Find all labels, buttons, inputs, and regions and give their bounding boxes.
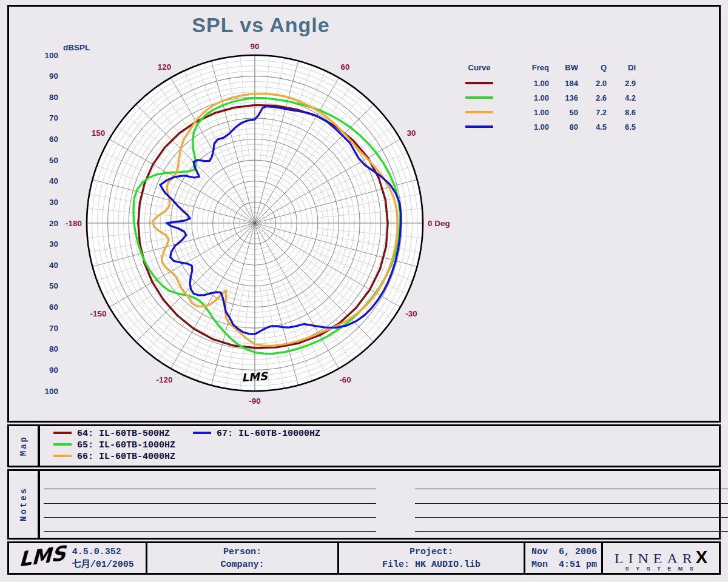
legend-swatch-cell bbox=[459, 76, 499, 90]
legend-curve-swatch bbox=[465, 125, 493, 128]
note-line bbox=[415, 517, 728, 518]
note-line bbox=[44, 517, 376, 518]
legend-di-value: 8.6 bbox=[607, 105, 636, 119]
map-entry-label: 67: IL-60TB-10000HZ bbox=[217, 429, 320, 439]
legend-freq-value: 1.00 bbox=[499, 90, 549, 105]
legend-freq-value: 1.00 bbox=[499, 76, 549, 90]
map-entry-label: 64: IL-60TB-500HZ bbox=[77, 429, 170, 439]
build-date: 七月/01/2005 bbox=[72, 558, 134, 571]
version-date: 4.5.0.352 七月/01/2005 bbox=[72, 546, 134, 571]
curve-legend: Curve Freq BW Q DI 1.001842.02.91.001362… bbox=[459, 61, 636, 134]
version-number: 4.5.0.352 bbox=[72, 546, 134, 558]
map-entries: 64: IL-60TB-500HZ65: IL-60TB-1000HZ66: I… bbox=[40, 426, 719, 466]
legend-di-value: 2.9 bbox=[607, 76, 636, 90]
legend-q-value: 2.6 bbox=[578, 90, 607, 105]
notes-panel: Notes bbox=[7, 469, 721, 540]
legend-bw-value: 80 bbox=[549, 119, 578, 134]
linearx-logo-systems: SYSTEMS bbox=[622, 566, 701, 572]
person-label: Person: bbox=[147, 546, 337, 558]
note-line bbox=[44, 503, 376, 504]
map-entry-label: 65: IL-60TB-1000HZ bbox=[77, 440, 175, 450]
legend-freq-value: 1.00 bbox=[499, 119, 549, 134]
legend-bw-value: 184 bbox=[549, 76, 578, 90]
map-entry: 67: IL-60TB-10000HZ bbox=[193, 429, 320, 440]
legend-swatch-cell bbox=[459, 90, 499, 105]
legend-q-value: 7.2 bbox=[578, 105, 607, 119]
date-text: Nov 6, 2006 bbox=[531, 546, 601, 558]
map-curve-swatch bbox=[53, 455, 72, 457]
legend-bw-value: 136 bbox=[549, 90, 578, 105]
time-text: Mon 4:51 pm bbox=[531, 558, 601, 571]
file-label: File: HK AUDIO.lib bbox=[339, 558, 524, 571]
linearx-logo: LINEARX bbox=[615, 547, 707, 567]
legend-di-value: 6.5 bbox=[607, 119, 636, 134]
map-tab-label: Map bbox=[19, 435, 29, 456]
footer-datetime-cell: Nov 6, 2006 Mon 4:51 pm bbox=[524, 543, 601, 573]
page-title: SPL vs Angle bbox=[164, 13, 358, 37]
map-tab-strip: Map bbox=[9, 426, 40, 466]
linearx-logo-x: X bbox=[696, 547, 707, 567]
legend-di-value: 4.2 bbox=[607, 90, 636, 105]
map-entry-label: 66: IL-60TB-4000HZ bbox=[77, 452, 175, 462]
legend-curve-swatch bbox=[465, 111, 493, 113]
lms-logo: LMS bbox=[19, 541, 66, 571]
legend-swatch-cell bbox=[459, 105, 499, 119]
footer-person-cell: Person: Company: bbox=[146, 543, 337, 573]
company-label: Company: bbox=[147, 558, 337, 571]
notes-tab-strip: Notes bbox=[9, 471, 40, 538]
linearx-logo-linear: LINEAR bbox=[615, 550, 697, 567]
map-entry: 64: IL-60TB-500HZ bbox=[53, 429, 170, 440]
footer-version-cell: LMS 4.5.0.352 七月/01/2005 bbox=[9, 543, 146, 573]
footer-project-cell: Project: File: HK AUDIO.lib bbox=[337, 543, 524, 573]
legend-freq-value: 1.00 bbox=[499, 105, 549, 119]
legend-curve-swatch bbox=[465, 82, 493, 84]
map-panel: Map 64: IL-60TB-500HZ65: IL-60TB-1000HZ6… bbox=[7, 424, 721, 467]
footer-bar: LMS 4.5.0.352 七月/01/2005 Person: Company… bbox=[7, 541, 721, 575]
note-line bbox=[415, 489, 728, 489]
legend-bw-value: 50 bbox=[549, 105, 578, 119]
note-line bbox=[44, 531, 376, 532]
map-curve-swatch bbox=[53, 443, 72, 446]
map-entry: 65: IL-60TB-1000HZ bbox=[53, 440, 175, 451]
legend-header-di: DI bbox=[607, 61, 636, 76]
notes-lines bbox=[40, 471, 719, 538]
footer-brand-cell: LINEARX SYSTEMS bbox=[601, 543, 719, 573]
note-line bbox=[44, 489, 376, 489]
legend-q-value: 2.0 bbox=[578, 76, 607, 90]
map-curve-swatch bbox=[193, 432, 211, 434]
legend-q-value: 4.5 bbox=[578, 119, 607, 134]
legend-swatch-cell bbox=[459, 119, 499, 134]
project-label: Project: bbox=[339, 546, 524, 558]
legend-header-curve: Curve bbox=[459, 61, 499, 76]
note-line bbox=[415, 503, 728, 504]
legend-header-freq: Freq bbox=[499, 61, 549, 76]
lms-report-page: Map 64: IL-60TB-500HZ65: IL-60TB-1000HZ6… bbox=[0, 0, 728, 582]
legend-curve-swatch bbox=[465, 96, 493, 99]
map-entry: 66: IL-60TB-4000HZ bbox=[53, 452, 175, 463]
note-line bbox=[415, 531, 728, 532]
notes-tab-label: Notes bbox=[19, 487, 29, 521]
map-curve-swatch bbox=[53, 432, 72, 434]
legend-header-bw: BW bbox=[549, 61, 578, 76]
legend-header-q: Q bbox=[578, 61, 607, 76]
